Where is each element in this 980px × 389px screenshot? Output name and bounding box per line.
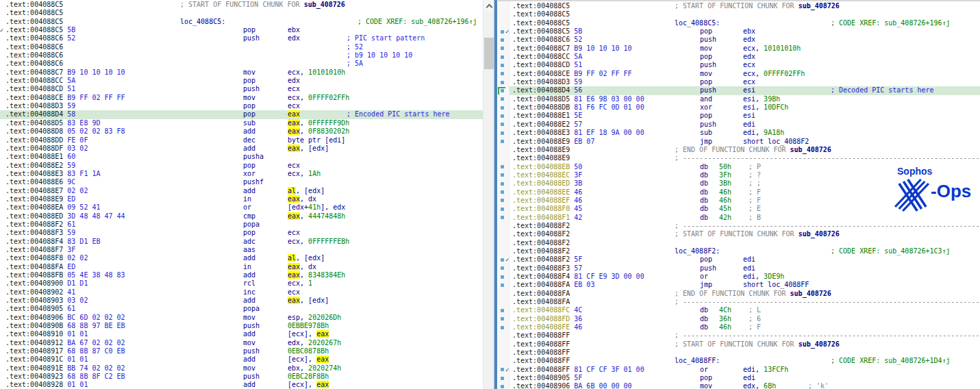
disasm-row[interactable]: .text:00408917 68 8B 87 C0 EBpush0EBC087… [0, 347, 483, 355]
disasm-row[interactable]: .text:004088F3 59popecx [0, 229, 483, 237]
disasm-row[interactable]: .text:004088E9; END OF FUNCTION CHUNK FO… [498, 146, 980, 154]
disasm-row[interactable]: .text:004088CC 5Apopedx [498, 53, 980, 61]
disasm-row[interactable]: ✓.text:004088FF 81 CF CF 3F 01 00oredi, … [498, 366, 980, 374]
disasm-row[interactable]: .text:004088FE 46db46h; F [498, 323, 980, 331]
disasm-row[interactable]: .text:004088DD FE 0Fdecbyte ptr [edi] [0, 136, 483, 145]
left-pane-scrollbar[interactable] [483, 0, 494, 389]
disasm-row[interactable]: .text:00408905 5Fpopedi [498, 374, 980, 382]
disasm-row[interactable]: .text:004088FC 4Cdb4Ch; L [498, 306, 980, 314]
line-text: db [700, 205, 708, 213]
disasm-row[interactable]: .text:004088F3 57pushedi [498, 264, 980, 273]
disasm-row[interactable]: .text:004088C5 [498, 10, 980, 18]
disasm-row[interactable]: .text:004088F2; START OF FUNCTION CHUNK … [498, 230, 980, 238]
line-text: .text:004088DD FE 0F [5, 136, 88, 145]
disasm-row[interactable]: .text:004088FA; END OF FUNCTION CHUNK FO… [498, 290, 980, 298]
disasm-row[interactable]: .text:004088CD 51pushecx [0, 85, 483, 93]
disasm-row[interactable]: .text:004088ED 3D 48 48 47 44cmpeax, 444… [0, 212, 483, 221]
disasm-row[interactable]: .text:004088E3 83 F1 1Axorecx, 1Ah [0, 170, 483, 178]
disasm-row[interactable]: .text:004088F8 02 02addal, [edx] [0, 254, 483, 262]
disasm-row[interactable]: .text:004088E6 9Cpushf [0, 178, 483, 186]
chevron-up-icon [486, 4, 493, 11]
disasm-row[interactable]: .text:004088E7 02 02addal, [edx] [0, 187, 483, 195]
disasm-row[interactable]: .text:004088E1 60pusha [0, 153, 483, 161]
disasm-row[interactable]: .text:004088F4 81 CF E9 3D 00 00oredi, 3… [498, 273, 980, 281]
disasm-row[interactable]: .text:004088FF; ------------------------… [498, 331, 980, 340]
scroll-up-button[interactable] [483, 0, 494, 11]
disasm-row[interactable]: .text:004088C6; b9 10 10 10 10 [0, 51, 483, 60]
disasm-row[interactable]: .text:004088E1 5Epopesi [498, 112, 980, 120]
disasm-row[interactable]: .text:004088CE B9 FF 02 FF FFmovecx, 0FF… [0, 94, 483, 102]
line-text: 3Bh [719, 179, 731, 188]
disasm-row[interactable]: .text:004088E2 59popecx [0, 162, 483, 170]
disasm-row[interactable]: .text:004088FF [498, 349, 980, 357]
disasm-row[interactable]: .text:004088C7 B9 10 10 10 10movecx, 101… [0, 68, 483, 77]
disasm-row[interactable]: .text:004088D3 59popecx [498, 78, 980, 86]
disasm-row[interactable]: ✓.text:004088C5 5Bpopebx [498, 27, 980, 36]
disasm-row[interactable]: ✓.text:004088C5 5Bpopebx [0, 26, 483, 34]
disasm-row[interactable]: .text:0040890B 68 8B 97 BE EBpush0EBBE97… [0, 322, 483, 330]
disasm-row[interactable]: .text:004088C6; 52 [0, 43, 483, 51]
disasm-row[interactable]: .text:004088C6 52pushedx [498, 36, 980, 44]
disasm-row[interactable]: .text:004088FD 36db36h; 6 [498, 315, 980, 323]
disasm-row[interactable]: .text:004088FFloc_4088FF:; CODE XREF: su… [498, 357, 980, 365]
disasm-row[interactable]: .text:004088F7 3Faas [0, 246, 483, 254]
disasm-row[interactable]: ✓.text:004088F2 5Fpopedi [498, 255, 980, 264]
disasm-row[interactable]: .text:004088F4 83 D1 EBadcecx, 0FFFFFFEB… [0, 238, 483, 246]
disasm-row[interactable]: .text:004088FB 05 4E 38 48 83addeax, 834… [0, 271, 483, 279]
disasm-row[interactable]: .text:004088F2 61popa [0, 221, 483, 229]
disasm-row[interactable]: .text:00408900 D1 D1rclecx, 1 [0, 279, 483, 288]
disasm-row[interactable]: .text:004088D5 83 E8 9Dsubeax, 0FFFFFF9D… [0, 119, 483, 127]
line-text: al, [edx] [288, 187, 325, 195]
disasm-row[interactable]: .text:004088E9; ------------------------… [498, 154, 980, 162]
disasm-row[interactable]: .text:00408906 BA 6B 00 00 00movedx, 6Bh… [498, 382, 980, 389]
disasm-row[interactable]: .text:004088E9 EDineax, dx [0, 195, 483, 203]
line-text: pop [700, 374, 712, 382]
line-text: ; CODE XREF: sub_408726+1D4↑j [831, 357, 951, 365]
disasm-row[interactable]: .text:00408923 68 8B 8F C2 EBpush0EBC28F… [0, 373, 483, 381]
disasm-row[interactable]: .text:004088C5loc_4088C5:; CODE XREF: su… [498, 19, 980, 27]
disasm-row[interactable]: .text:004088C6; 5A [0, 60, 483, 68]
disasm-row[interactable]: .text:004088EA 09 52 41or[edx+41h], edx [0, 203, 483, 212]
disasm-row[interactable]: .text:00408902 41incecx [0, 288, 483, 297]
disasm-row[interactable]: .text:004088D8 05 02 02 83 F8addeax, 0F8… [0, 127, 483, 136]
disasm-row[interactable]: .text:004088C5; START OF FUNCTION CHUNK … [0, 1, 483, 9]
line-text: 46h [719, 323, 731, 331]
line-text: .text:00408902 41 [5, 288, 75, 297]
scrollbar-thumb[interactable] [484, 38, 494, 69]
disasm-row[interactable]: .text:004088DF 03 02addeax, [edx] [0, 145, 483, 153]
disasm-row[interactable]: .text:004088FA; ------------------------… [498, 298, 980, 306]
disasm-row[interactable]: .text:0040891E BB 74 02 02 02movebx, 202… [0, 364, 483, 373]
line-text: 0EBBE978Bh [288, 322, 329, 330]
disasm-row[interactable]: .text:004088E3 81 EF 18 9A 00 00subedi, … [498, 129, 980, 137]
disasm-row[interactable]: .text:004088F2 [498, 239, 980, 247]
disasm-row[interactable]: .text:004088FA EB 03jmpshort loc_4088FF [498, 281, 980, 289]
line-text: ; --------------------------------------… [675, 331, 980, 340]
disasm-row[interactable]: .text:004088D3 59popecx [0, 102, 483, 110]
disasm-row[interactable]: .text:004088E2 57pushedi [498, 121, 980, 129]
disasm-row[interactable]: .text:004088CE B9 FF 02 FF FFmovecx, 0FF… [498, 70, 980, 78]
disasm-row[interactable]: .text:004088D4 58popeax; Encoded PIC sta… [0, 110, 483, 118]
disasm-row[interactable]: .text:004088F2loc_4088F2:; CODE XREF: su… [498, 247, 980, 255]
disasm-row[interactable]: .text:004088FF; START OF FUNCTION CHUNK … [498, 340, 980, 349]
disasm-row[interactable]: .text:004088D5 81 E6 9B 03 00 00andesi, … [498, 95, 980, 103]
disasm-row[interactable]: .text:004088DB 81 F6 FC 0D 01 00xoresi, … [498, 103, 980, 112]
disasm-row[interactable]: .text:004088C7 B9 10 10 10 10movecx, 101… [498, 45, 980, 53]
disasm-row[interactable]: .text:00408905 61popa [0, 305, 483, 313]
disasm-row[interactable]: .text:004088C5loc_4088C5:; CODE XREF: su… [0, 18, 483, 26]
disasm-row[interactable]: .text:00408928 01 01add[ecx], eax [0, 381, 483, 389]
disasm-row[interactable]: .text:00408903 03 02addeax, [edx] [0, 297, 483, 305]
disasm-row[interactable]: .text:004088FA EDineax, dx [0, 263, 483, 271]
disasm-row[interactable]: .text:004088CC 5Apopedx [0, 77, 483, 85]
disasm-row[interactable]: .text:004088CD 51pushecx [498, 61, 980, 69]
disasm-row[interactable]: .text:004088C5; START OF FUNCTION CHUNK … [498, 2, 980, 10]
disasm-row[interactable]: .text:004088D4 56pushesi; Decoded PIC st… [498, 86, 980, 95]
disasm-row[interactable]: .text:00408912 BA 67 02 02 02movedx, 202… [0, 339, 483, 347]
disasm-row[interactable]: .text:0040891C 01 01add[ecx], eax [0, 355, 483, 364]
disasm-row[interactable]: .text:004088C6 52pushedx; PIC start patt… [0, 34, 483, 42]
disasm-row[interactable]: .text:00408910 01 01add[ecx], eax [0, 330, 483, 338]
disassembly-pane-encoded[interactable]: .text:004088C5; START OF FUNCTION CHUNK … [0, 0, 483, 389]
disasm-row[interactable]: .text:004088C5 [0, 9, 483, 17]
disasm-row[interactable]: .text:004088F2; ------------------------… [498, 222, 980, 230]
disasm-row[interactable]: .text:004088E9 EB 07jmpshort loc_4088F2 [498, 138, 980, 146]
disasm-row[interactable]: .text:00408906 BC 6D 02 02 02movesp, 202… [0, 314, 483, 322]
